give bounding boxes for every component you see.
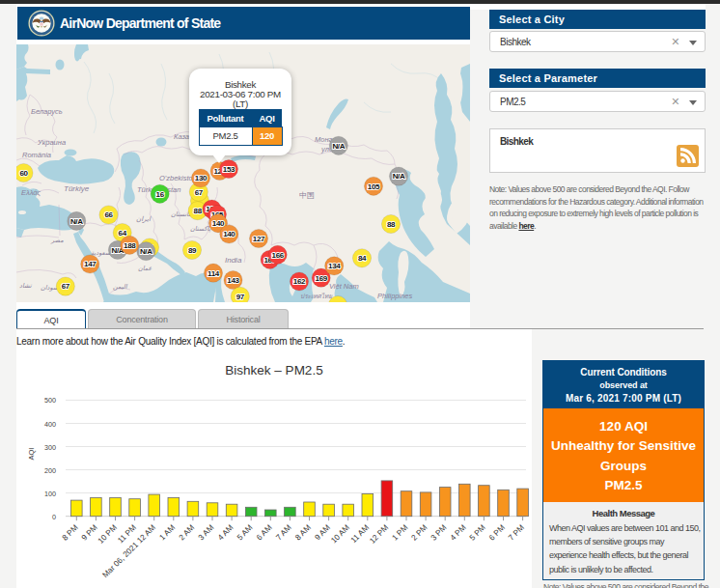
svg-text:تشاد: تشاد <box>19 282 33 289</box>
svg-text:147: 147 <box>84 260 97 268</box>
svg-text:64: 64 <box>119 229 127 238</box>
svg-text:Украина: Украина <box>37 138 66 147</box>
svg-text:143: 143 <box>227 276 239 285</box>
svg-text:India: India <box>225 256 242 265</box>
svg-text:N/A: N/A <box>140 247 152 256</box>
svg-text:AQI: AQI <box>27 448 36 461</box>
svg-text:Bishkek – PM2.5: Bishkek – PM2.5 <box>225 363 322 378</box>
svg-text:عمان: عمان <box>138 265 152 272</box>
svg-text:97: 97 <box>236 293 245 301</box>
svg-text:84: 84 <box>358 254 367 263</box>
svg-text:200: 200 <box>44 466 56 475</box>
svg-text:166: 166 <box>272 251 285 260</box>
svg-text:0: 0 <box>52 513 56 521</box>
svg-text:Philippines: Philippines <box>377 292 413 300</box>
svg-text:67: 67 <box>195 188 204 197</box>
svg-text:400: 400 <box>44 420 56 429</box>
svg-text:اليمن: اليمن <box>113 283 128 291</box>
svg-text:130: 130 <box>195 174 208 182</box>
svg-text:N/A: N/A <box>393 172 405 181</box>
svg-text:153: 153 <box>223 165 235 174</box>
svg-text:România: România <box>22 151 51 159</box>
svg-text:500: 500 <box>44 396 56 405</box>
svg-text:300: 300 <box>44 443 56 452</box>
svg-text:127: 127 <box>253 235 265 243</box>
svg-text:Việt Nam: Việt Nam <box>329 282 359 291</box>
svg-text:134: 134 <box>328 262 341 270</box>
svg-text:N/A: N/A <box>70 217 83 226</box>
svg-text:中国: 中国 <box>299 191 315 200</box>
svg-text:Türkiye: Türkiye <box>64 184 90 193</box>
svg-text:100: 100 <box>44 490 56 498</box>
svg-text:89: 89 <box>188 246 197 255</box>
svg-text:162: 162 <box>293 277 306 286</box>
svg-text:مصر: مصر <box>50 237 64 244</box>
svg-text:88: 88 <box>194 207 203 215</box>
svg-text:105: 105 <box>368 182 380 191</box>
svg-text:88: 88 <box>387 220 396 229</box>
svg-text:Беларусь: Беларусь <box>31 107 63 116</box>
svg-text:67: 67 <box>62 282 70 291</box>
svg-text:ايران: ايران <box>136 215 152 223</box>
svg-text:140: 140 <box>223 230 235 238</box>
svg-text:60: 60 <box>19 169 28 178</box>
svg-text:16: 16 <box>156 190 165 199</box>
svg-text:Ελλάς: Ελλάς <box>21 188 42 197</box>
svg-text:ประเทศไทย: ประเทศไทย <box>300 293 333 299</box>
svg-text:N/A: N/A <box>332 142 345 151</box>
svg-text:114: 114 <box>208 269 220 278</box>
svg-text:66: 66 <box>104 210 113 219</box>
svg-text:188: 188 <box>124 241 136 250</box>
svg-text:پاکستان: پاکستان <box>190 225 211 233</box>
svg-text:169: 169 <box>316 274 328 283</box>
